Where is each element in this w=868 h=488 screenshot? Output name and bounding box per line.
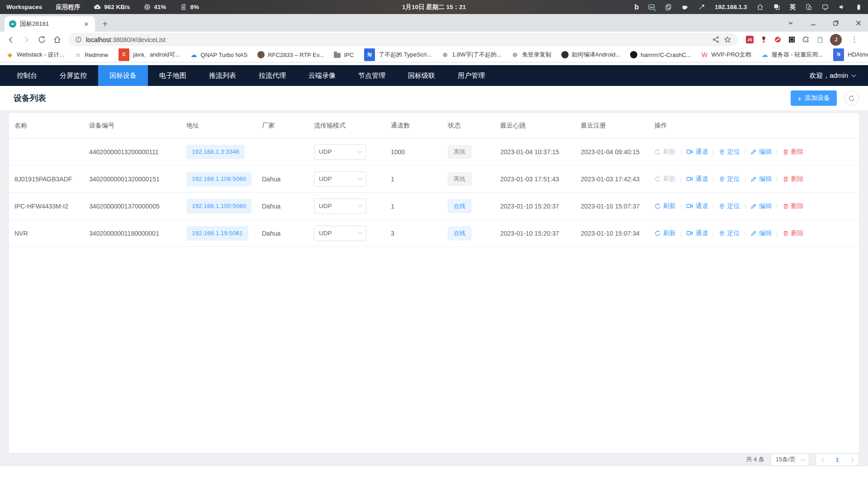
browser-menu-icon[interactable]: ⋮	[848, 35, 861, 44]
bookmark-item[interactable]: C java、android可...	[118, 48, 180, 62]
browser-tab[interactable]: 国标28181 ✕	[5, 16, 95, 32]
nav-item-5[interactable]: 拉流代理	[247, 65, 297, 86]
nav-item-8[interactable]: 国标级联	[397, 65, 446, 86]
action-edit[interactable]: 编辑	[750, 175, 772, 183]
bookmark-star-icon[interactable]	[724, 36, 731, 43]
bookmark-item[interactable]: N HDAtmos :: 种子 *...	[833, 48, 868, 62]
next-page-button[interactable]	[844, 454, 859, 465]
action-edit[interactable]: 编辑	[750, 229, 772, 237]
browser-profile-avatar[interactable]: J	[830, 34, 842, 46]
home-button[interactable]	[51, 33, 63, 46]
bing-icon[interactable]: b	[634, 4, 639, 11]
color-picker-icon[interactable]	[698, 3, 706, 11]
nav-item-label: 云端录像	[308, 71, 336, 80]
bookmark-item[interactable]: W WVP-PRO文档	[701, 51, 751, 59]
phone-link-icon[interactable]	[805, 3, 812, 11]
add-device-button[interactable]: + 添加设备	[791, 90, 837, 106]
new-tab-button[interactable]: +	[99, 18, 111, 30]
column-header: 状态	[442, 122, 495, 130]
site-info-icon[interactable]	[75, 36, 82, 43]
restore-icon[interactable]	[833, 20, 839, 26]
window-switcher-icon[interactable]	[773, 3, 781, 11]
action-delete[interactable]: 删除	[783, 229, 804, 237]
page-size-select[interactable]: 15条/页	[771, 453, 809, 466]
minimize-icon[interactable]	[810, 20, 816, 26]
action-channel[interactable]: 通道	[686, 175, 708, 183]
reload-button[interactable]	[35, 33, 48, 46]
workspaces-button[interactable]: Workspaces	[6, 4, 42, 10]
bookmark-item[interactable]: IPC	[334, 52, 354, 58]
action-refresh[interactable]: 刷新	[655, 229, 676, 237]
stream-mode-select[interactable]: UDP	[314, 171, 366, 187]
stream-mode-select[interactable]: UDP	[314, 226, 366, 241]
bookmark-item[interactable]: ⊕ 1.8W字|了不起的...	[441, 51, 502, 59]
bookmark-item[interactable]: RFC2833 – RTP Ev...	[257, 51, 324, 58]
nav-item-9[interactable]: 用户管理	[446, 65, 496, 86]
action-edit[interactable]: 编辑	[750, 202, 772, 210]
action-refresh[interactable]: 刷新	[655, 175, 676, 183]
address-bar[interactable]: localhost:38080/#/deviceList	[69, 33, 738, 46]
nav-item-1[interactable]: 分屏监控	[48, 65, 98, 86]
stream-mode-select[interactable]: UDP	[314, 199, 366, 214]
action-locate[interactable]: 定位	[719, 148, 740, 156]
nav-item-4[interactable]: 推流列表	[198, 65, 247, 86]
bookmark-label: 服务器 - 轻量应用...	[772, 51, 823, 59]
last-registered: 2023-01-10 15:07:37	[581, 203, 640, 210]
home-icon[interactable]	[756, 3, 764, 11]
bookmark-item[interactable]: ☁ QNAP Turbo NAS	[190, 51, 247, 58]
page-extension-icon[interactable]	[816, 36, 824, 43]
action-refresh[interactable]: 刷新	[655, 148, 676, 156]
display-icon[interactable]	[821, 3, 829, 11]
tab-search-chevron-icon[interactable]	[787, 20, 794, 26]
prev-page-button[interactable]	[816, 454, 830, 465]
bookmark-item[interactable]: ☁ 服务器 - 轻量应用...	[761, 51, 823, 59]
nav-item-3[interactable]: 电子地图	[148, 65, 198, 86]
ip-address-indicator[interactable]: 192.168.1.3	[715, 4, 747, 10]
bookmark-item[interactable]: ⊕ 免登录复制	[512, 51, 551, 59]
wine-extension-icon[interactable]	[760, 36, 768, 43]
nav-item-6[interactable]: 云端录像	[297, 65, 347, 86]
json-viewer-extension-icon[interactable]: JS	[746, 36, 754, 43]
action-delete[interactable]: 删除	[783, 175, 804, 183]
coffee-icon[interactable]	[681, 3, 689, 11]
action-delete[interactable]: 删除	[783, 202, 804, 210]
bookmark-item[interactable]: ∩ Redmine	[74, 51, 108, 58]
bookmark-item[interactable]: 如何编译Android...	[561, 51, 621, 59]
tab-close-icon[interactable]: ✕	[82, 20, 90, 28]
current-page-number[interactable]: 1	[830, 456, 844, 463]
bookmark-item[interactable]: 知 了不起的 TypeScri...	[364, 48, 432, 62]
share-icon[interactable]	[712, 36, 720, 43]
action-locate[interactable]: 定位	[719, 202, 740, 210]
bookmark-item[interactable]: hairrrrr/C-CrashC...	[630, 51, 691, 58]
nav-item-2[interactable]: 国标设备	[98, 65, 148, 86]
bookmark-item[interactable]: ◆ Webstack - 设计...	[6, 51, 64, 59]
cloud-download-icon	[94, 3, 101, 11]
nav-item-0[interactable]: 控制台	[5, 65, 48, 86]
stream-mode-select[interactable]: UDP	[314, 144, 366, 160]
dark-square-extension-icon[interactable]	[788, 36, 796, 43]
chevron-down-icon	[801, 456, 805, 461]
action-channel[interactable]: 通道	[686, 202, 708, 210]
page-header-actions: + 添加设备	[791, 90, 859, 106]
forward-button[interactable]	[20, 33, 33, 46]
user-menu[interactable]: 欢迎，admin	[809, 71, 855, 80]
back-button[interactable]	[5, 33, 17, 46]
url-text[interactable]: localhost:38080/#/deviceList	[86, 36, 166, 43]
screenshot-icon[interactable]	[648, 3, 655, 11]
action-locate[interactable]: 定位	[719, 175, 740, 183]
speaker-icon[interactable]	[838, 3, 846, 11]
close-window-icon[interactable]	[855, 20, 862, 26]
clipboard-icon[interactable]	[664, 3, 672, 11]
action-channel[interactable]: 通道	[686, 148, 708, 156]
action-edit[interactable]: 编辑	[750, 148, 772, 156]
refresh-list-button[interactable]	[844, 91, 859, 106]
blocker-extension-icon[interactable]	[774, 36, 782, 43]
extensions-puzzle-icon[interactable]	[802, 36, 810, 44]
action-locate[interactable]: 定位	[719, 229, 740, 237]
action-channel[interactable]: 通道	[686, 229, 708, 237]
nav-item-7[interactable]: 节点管理	[347, 65, 397, 86]
ime-indicator[interactable]: 英	[790, 3, 796, 11]
action-delete[interactable]: 删除	[783, 148, 804, 156]
applications-button[interactable]: 应用程序	[56, 3, 80, 11]
action-refresh[interactable]: 刷新	[655, 202, 676, 210]
